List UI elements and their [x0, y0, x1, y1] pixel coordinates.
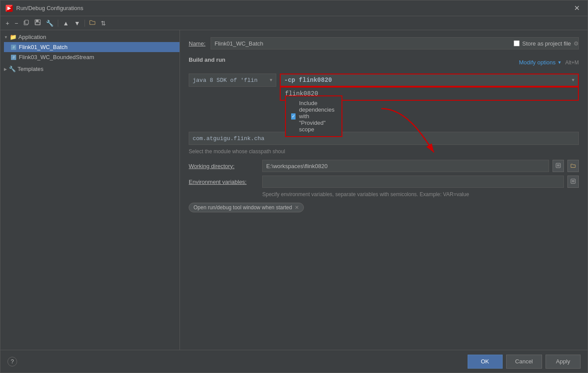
- toolbar-separator-2: [85, 20, 85, 27]
- svg-rect-1: [25, 20, 28, 24]
- include-deps-label: Include dependencies with "Provided" sco…: [299, 100, 336, 133]
- tag-row: Open run/debug tool window when started …: [189, 203, 579, 212]
- modify-options-label: Modify options: [519, 59, 556, 66]
- sidebar-item-label-flink03: Flink03_WC_BoundedStream: [19, 54, 94, 60]
- sdk-cp-row: java 8 SDK of 'flin ▼ -cp flink0820 ▼ fl…: [189, 74, 579, 87]
- env-vars-label: Environment variables:: [189, 179, 259, 185]
- cp-dropdown-wrapper: -cp flink0820 ▼ flink0820: [280, 74, 579, 87]
- templates-triangle: ▶: [4, 67, 7, 71]
- add-button[interactable]: +: [4, 19, 11, 28]
- cp-value: -cp flink0820: [284, 77, 332, 84]
- store-label: Store as project file: [522, 40, 571, 47]
- sdk-dropdown-arrow: ▼: [270, 78, 272, 83]
- toolbar-separator: [58, 20, 58, 27]
- env-vars-input[interactable]: [262, 176, 564, 188]
- modify-options-button[interactable]: Modify options ▼: [519, 59, 562, 66]
- folder-button[interactable]: [88, 18, 97, 28]
- working-dir-input[interactable]: [262, 160, 549, 172]
- shortcut-hint: Alt+M: [565, 60, 579, 66]
- svg-rect-4: [35, 22, 40, 25]
- dialog-title: Run/Debug Configurations: [16, 5, 83, 11]
- env-vars-expand-button[interactable]: [567, 176, 579, 188]
- ok-button[interactable]: OK: [468, 355, 503, 369]
- svg-rect-11: [572, 182, 574, 182]
- app-icon: ▶: [6, 5, 13, 12]
- save-button[interactable]: [33, 18, 42, 28]
- file-icon-flink03: J: [11, 55, 16, 60]
- title-bar: ▶ Run/Debug Configurations ✕: [0, 0, 588, 16]
- application-group-label: Application: [18, 34, 46, 40]
- sdk-dropdown[interactable]: java 8 SDK of 'flin ▼: [189, 74, 276, 87]
- expand-triangle: ▼: [4, 35, 8, 39]
- tag-label: Open run/debug tool window when started: [194, 204, 292, 211]
- env-vars-hint: Specify environment variables, separate …: [189, 191, 579, 197]
- working-dir-expand-button[interactable]: [553, 160, 564, 172]
- env-vars-row: Environment variables:: [189, 176, 579, 188]
- sidebar-item-label-flink01: Flink01_WC_Batch: [19, 44, 67, 50]
- copy-button[interactable]: [21, 18, 31, 28]
- bottom-bar: ? OK Cancel Apply: [0, 350, 588, 373]
- sdk-cp-section: java 8 SDK of 'flin ▼ -cp flink0820 ▼ fl…: [189, 74, 579, 97]
- open-tool-window-tag: Open run/debug tool window when started …: [189, 203, 304, 212]
- content-area: ▼ 📁 Application J Flink01_WC_Batch J Fli…: [0, 30, 588, 350]
- move-up-button[interactable]: ▲: [61, 19, 70, 28]
- name-label: Name:: [189, 40, 211, 47]
- sort-button[interactable]: ⇅: [99, 19, 108, 28]
- main-class-row: [189, 132, 579, 145]
- svg-rect-10: [572, 180, 574, 181]
- sdk-value: java 8 SDK of 'flin: [193, 77, 257, 84]
- modify-options-area: Modify options ▼ Alt+M: [519, 59, 579, 66]
- sidebar-children: J Flink01_WC_Batch J Flink03_WC_BoundedS…: [0, 42, 180, 62]
- bottom-left: ?: [7, 357, 17, 366]
- chevron-down-icon: ▼: [557, 60, 562, 65]
- module-note: Select the module whose classpath shoul: [189, 148, 579, 155]
- cp-dropdown[interactable]: -cp flink0820 ▼: [280, 74, 579, 87]
- svg-rect-8: [557, 166, 560, 166]
- run-debug-dialog: ▶ Run/Debug Configurations ✕ + − 🔧 ▲ ▼: [0, 0, 588, 373]
- include-deps-checkbox[interactable]: ✓: [291, 113, 296, 120]
- working-dir-row: Working directory:: [189, 160, 579, 172]
- wrench-icon: 🔧: [9, 66, 16, 72]
- name-section: Name: Store as project file ⚙: [189, 37, 579, 49]
- cp-dropdown-arrow: ▼: [572, 78, 574, 83]
- build-run-header: Build and run Modify options ▼ Alt+M: [189, 56, 579, 68]
- svg-rect-3: [36, 20, 39, 22]
- include-deps-box: ✓ Include dependencies with "Provided" s…: [285, 95, 342, 137]
- apply-button[interactable]: Apply: [546, 355, 581, 369]
- templates-label: Templates: [18, 66, 43, 72]
- sidebar: ▼ 📁 Application J Flink01_WC_Batch J Fli…: [0, 30, 180, 350]
- gear-icon[interactable]: ⚙: [574, 40, 579, 47]
- svg-rect-6: [556, 163, 560, 168]
- sidebar-application-group[interactable]: ▼ 📁 Application: [0, 32, 180, 42]
- title-bar-left: ▶ Run/Debug Configurations: [6, 5, 83, 12]
- store-checkbox[interactable]: [514, 40, 520, 46]
- svg-rect-9: [571, 179, 575, 183]
- tag-close-button[interactable]: ✕: [295, 204, 299, 211]
- file-icon-flink01: J: [11, 45, 16, 50]
- main-panel: Name: Store as project file ⚙ Build and …: [180, 30, 588, 350]
- settings-button[interactable]: 🔧: [44, 19, 55, 28]
- bottom-right: OK Cancel Apply: [468, 355, 581, 369]
- help-button[interactable]: ?: [7, 357, 17, 366]
- close-button[interactable]: ✕: [571, 3, 582, 13]
- sidebar-templates-group[interactable]: ▶ 🔧 Templates: [0, 64, 180, 74]
- cancel-button[interactable]: Cancel: [506, 355, 542, 369]
- sidebar-item-flink01[interactable]: J Flink01_WC_Batch: [4, 42, 180, 52]
- toolbar: + − 🔧 ▲ ▼ ⇅: [0, 16, 588, 30]
- remove-button[interactable]: −: [13, 19, 20, 28]
- sidebar-item-flink03[interactable]: J Flink03_WC_BoundedStream: [4, 52, 180, 62]
- section-title: Build and run: [189, 56, 225, 63]
- main-class-input[interactable]: [189, 132, 579, 145]
- folder-icon: 📁: [10, 34, 17, 40]
- move-down-button[interactable]: ▼: [72, 19, 82, 28]
- store-project-area: Store as project file ⚙: [514, 40, 579, 47]
- working-dir-label: Working directory:: [189, 163, 259, 169]
- working-dir-folder-button[interactable]: [567, 160, 579, 172]
- svg-rect-7: [557, 165, 560, 165]
